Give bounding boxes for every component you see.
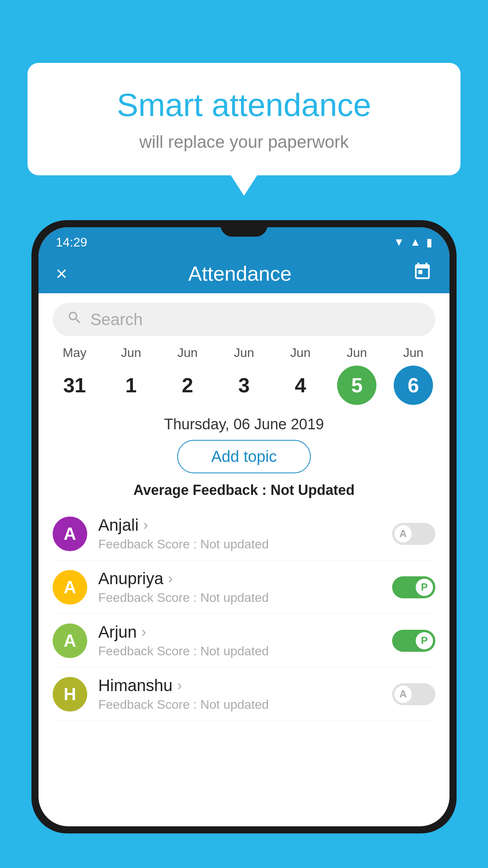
cal-num: 3 xyxy=(224,366,264,405)
cal-month: Jun xyxy=(177,346,198,360)
feedback-score: Feedback Score : Not updated xyxy=(98,697,381,712)
avg-feedback-label: Average Feedback : xyxy=(134,482,267,498)
toggle-knob: P xyxy=(416,579,433,596)
toggle-knob: A xyxy=(394,686,412,703)
student-info: Arjun › Feedback Score : Not updated xyxy=(98,623,381,658)
student-name: Arjun › xyxy=(98,623,381,642)
speech-bubble-container: Smart attendance will replace your paper… xyxy=(28,63,460,175)
bubble-subtitle: will replace your paperwork xyxy=(55,132,433,152)
search-placeholder: Search xyxy=(90,310,143,329)
status-icons: ▼ ▲ ▮ xyxy=(394,236,432,249)
avatar: A xyxy=(53,570,87,605)
speech-bubble: Smart attendance will replace your paper… xyxy=(28,63,460,175)
student-list: A Anjali › Feedback Score : Not updated … xyxy=(39,507,449,721)
cal-month: Jun xyxy=(290,346,311,360)
calendar-day[interactable]: May 31 xyxy=(55,346,94,405)
cal-num: 4 xyxy=(281,366,320,405)
phone: 14:29 ▼ ▲ ▮ × Attendance xyxy=(31,220,457,868)
selected-date: Thursday, 06 June 2019 xyxy=(39,416,449,433)
bubble-title: Smart attendance xyxy=(55,86,433,123)
cal-num: 6 xyxy=(394,366,433,405)
attendance-toggle[interactable]: A xyxy=(392,523,435,545)
student-row[interactable]: A Anupriya › Feedback Score : Not update… xyxy=(53,561,435,614)
chevron-right-icon: › xyxy=(177,677,182,694)
chevron-right-icon: › xyxy=(143,517,148,533)
avatar: A xyxy=(53,623,87,658)
cal-month: Jun xyxy=(234,346,254,360)
attendance-toggle[interactable]: P xyxy=(392,576,435,598)
search-icon xyxy=(67,310,83,329)
chevron-right-icon: › xyxy=(168,570,173,587)
battery-icon: ▮ xyxy=(426,236,432,249)
toggle-knob: P xyxy=(416,632,433,649)
close-button[interactable]: × xyxy=(56,262,67,285)
header-title: Attendance xyxy=(188,262,292,285)
add-topic-button[interactable]: Add topic xyxy=(177,440,311,473)
cal-num: 31 xyxy=(55,366,94,405)
phone-outer: 14:29 ▼ ▲ ▮ × Attendance xyxy=(31,220,457,833)
student-name: Anupriya › xyxy=(98,569,381,588)
student-info: Himanshu › Feedback Score : Not updated xyxy=(98,676,381,712)
student-info: Anjali › Feedback Score : Not updated xyxy=(98,516,381,552)
cal-num: 1 xyxy=(112,366,151,405)
app-header: × Attendance xyxy=(39,254,449,293)
student-row[interactable]: A Arjun › Feedback Score : Not updated P xyxy=(53,614,435,668)
calendar-day[interactable]: Jun 6 xyxy=(394,346,433,405)
calendar-day[interactable]: Jun 2 xyxy=(168,346,207,405)
phone-notch xyxy=(220,220,268,237)
calendar-day[interactable]: Jun 5 xyxy=(337,346,376,405)
student-name: Himanshu › xyxy=(98,676,381,695)
cal-month: Jun xyxy=(121,346,141,360)
cal-num: 5 xyxy=(337,366,376,405)
cal-month: May xyxy=(63,346,86,360)
feedback-score: Feedback Score : Not updated xyxy=(98,590,381,605)
avatar: H xyxy=(53,677,87,712)
attendance-toggle[interactable]: A xyxy=(392,683,435,705)
toggle-knob: A xyxy=(394,525,412,542)
cal-num: 2 xyxy=(168,366,207,405)
student-row[interactable]: A Anjali › Feedback Score : Not updated … xyxy=(53,507,435,561)
calendar-day[interactable]: Jun 1 xyxy=(112,346,151,405)
student-name: Anjali › xyxy=(98,516,381,535)
student-row[interactable]: H Himanshu › Feedback Score : Not update… xyxy=(53,668,435,721)
phone-screen: 14:29 ▼ ▲ ▮ × Attendance xyxy=(39,227,449,826)
feedback-score: Feedback Score : Not updated xyxy=(98,644,381,658)
avg-feedback-value: Not Updated xyxy=(270,482,354,498)
chevron-right-icon: › xyxy=(141,624,146,640)
attendance-toggle[interactable]: P xyxy=(392,630,435,652)
student-info: Anupriya › Feedback Score : Not updated xyxy=(98,569,381,605)
calendar-day[interactable]: Jun 4 xyxy=(281,346,320,405)
avatar: A xyxy=(53,517,87,551)
status-time: 14:29 xyxy=(56,235,87,250)
avg-feedback: Average Feedback : Not Updated xyxy=(39,482,449,498)
cal-month: Jun xyxy=(347,346,367,360)
calendar-icon[interactable] xyxy=(413,262,432,285)
signal-icon: ▲ xyxy=(410,236,421,248)
calendar-day[interactable]: Jun 3 xyxy=(224,346,264,405)
calendar-row: May 31 Jun 1 Jun 2 Jun 3 Jun 4 Jun 5 Jun… xyxy=(39,346,449,405)
wifi-icon: ▼ xyxy=(394,236,405,248)
search-bar[interactable]: Search xyxy=(53,303,435,336)
cal-month: Jun xyxy=(403,346,424,360)
feedback-score: Feedback Score : Not updated xyxy=(98,537,381,552)
